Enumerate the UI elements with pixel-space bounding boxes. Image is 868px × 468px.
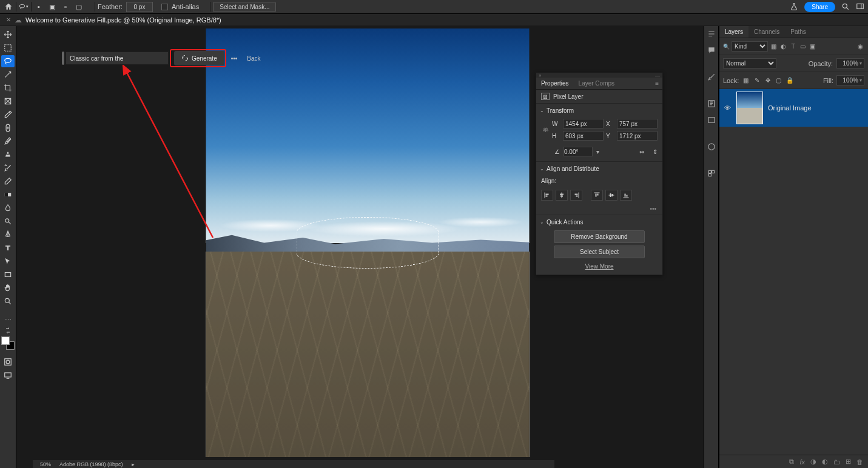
- x-input[interactable]: [617, 119, 658, 129]
- workspace-switcher-icon[interactable]: [856, 2, 864, 11]
- feather-input[interactable]: [126, 2, 153, 12]
- y-input[interactable]: [617, 131, 658, 141]
- history-brush-tool-icon[interactable]: [1, 162, 15, 174]
- fill-input[interactable]: [839, 77, 858, 84]
- edit-toolbar-icon[interactable]: ⋯: [1, 313, 15, 326]
- layer-name-label[interactable]: Original Image: [768, 104, 812, 112]
- generate-button[interactable]: Generate: [174, 51, 224, 65]
- width-input[interactable]: [563, 119, 604, 129]
- gradient-tool-icon[interactable]: [1, 189, 15, 201]
- lock-artboard-icon[interactable]: ▢: [775, 76, 782, 84]
- drag-handle-icon[interactable]: [62, 52, 64, 65]
- layer-filter-select[interactable]: Kind: [732, 41, 768, 52]
- tab-paths[interactable]: Paths: [785, 26, 812, 38]
- panel-menu-icon[interactable]: ≡: [651, 78, 662, 89]
- select-subject-button[interactable]: Select Subject: [554, 246, 645, 258]
- home-icon[interactable]: [4, 2, 13, 12]
- blur-tool-icon[interactable]: [1, 202, 15, 214]
- status-chevron-icon[interactable]: ▸: [132, 461, 135, 467]
- height-input[interactable]: [563, 131, 604, 141]
- transform-header[interactable]: ⌄ Transform: [536, 103, 662, 116]
- screenmode-icon[interactable]: [1, 369, 15, 381]
- share-button[interactable]: Share: [804, 2, 835, 12]
- magic-wand-tool-icon[interactable]: [1, 69, 15, 81]
- layer-mask-icon[interactable]: ◑: [810, 458, 816, 466]
- quick-actions-header[interactable]: ⌄ Quick Actions: [536, 215, 662, 228]
- frame-tool-icon[interactable]: [1, 95, 15, 107]
- align-header[interactable]: ⌄ Align and Distribute: [536, 161, 662, 175]
- comments-panel-icon[interactable]: [706, 45, 717, 56]
- subtract-selection-icon[interactable]: ▫: [61, 2, 70, 12]
- swap-colors-icon[interactable]: [1, 327, 15, 334]
- tab-layers[interactable]: Layers: [719, 26, 749, 38]
- marquee-tool-icon[interactable]: [1, 42, 15, 54]
- type-tool-icon[interactable]: [1, 242, 15, 254]
- rectangle-tool-icon[interactable]: [1, 269, 15, 281]
- delete-layer-icon[interactable]: 🗑: [856, 458, 863, 466]
- align-left-icon[interactable]: [541, 190, 553, 201]
- tab-layer-comps[interactable]: Layer Comps: [574, 78, 619, 89]
- history-panel-icon[interactable]: [706, 98, 717, 109]
- align-bottom-icon[interactable]: [620, 190, 632, 201]
- move-tool-icon[interactable]: [1, 28, 15, 41]
- lock-all-icon[interactable]: 🔒: [786, 76, 793, 84]
- flip-horizontal-icon[interactable]: ⇔: [639, 149, 644, 155]
- color-panel-icon[interactable]: [706, 141, 717, 152]
- more-options-icon[interactable]: •••: [226, 51, 243, 65]
- zoom-tool-icon[interactable]: [1, 295, 15, 307]
- align-hcenter-icon[interactable]: [556, 190, 568, 201]
- filter-image-icon[interactable]: ▦: [770, 42, 778, 50]
- swatches-panel-icon[interactable]: [706, 115, 717, 125]
- hand-tool-icon[interactable]: [1, 282, 15, 294]
- align-vcenter-icon[interactable]: [605, 190, 617, 201]
- tab-channels[interactable]: Channels: [749, 26, 785, 38]
- close-tab-icon[interactable]: ✕: [6, 16, 11, 23]
- align-top-icon[interactable]: [591, 190, 603, 201]
- new-layer-icon[interactable]: ⊞: [846, 458, 851, 466]
- filter-shape-icon[interactable]: ▭: [799, 42, 807, 50]
- lock-transparency-icon[interactable]: ▦: [742, 76, 750, 84]
- eyedropper-tool-icon[interactable]: [1, 109, 15, 121]
- color-swatches[interactable]: [1, 336, 15, 350]
- brush-tool-icon[interactable]: [1, 135, 15, 147]
- chevron-down-icon[interactable]: ▾: [596, 149, 602, 155]
- filter-smart-icon[interactable]: ▣: [809, 42, 816, 50]
- healing-brush-tool-icon[interactable]: [1, 122, 15, 134]
- generative-prompt-input[interactable]: [66, 52, 169, 65]
- lasso-tool-indicator-icon[interactable]: ▾: [19, 2, 29, 12]
- link-wh-icon[interactable]: 𐄷: [541, 127, 550, 133]
- status-profile[interactable]: Adobe RGB (1998) (8bpc): [59, 461, 123, 467]
- lock-image-icon[interactable]: ✎: [753, 76, 761, 84]
- layer-group-icon[interactable]: 🗀: [833, 458, 840, 466]
- align-right-icon[interactable]: [570, 190, 582, 201]
- more-align-icon[interactable]: •••: [536, 206, 662, 215]
- path-selection-tool-icon[interactable]: [1, 255, 15, 267]
- link-layers-icon[interactable]: ⧉: [789, 458, 794, 466]
- antialias-checkbox[interactable]: [161, 4, 168, 10]
- search-icon[interactable]: [841, 2, 850, 11]
- filter-adjustment-icon[interactable]: ◐: [779, 42, 787, 50]
- dodge-tool-icon[interactable]: [1, 215, 15, 227]
- panel-icon-1[interactable]: [706, 28, 717, 39]
- libraries-panel-icon[interactable]: [706, 168, 717, 179]
- layer-thumbnail[interactable]: [736, 92, 763, 124]
- back-button[interactable]: Back: [242, 51, 265, 65]
- angle-input[interactable]: [564, 147, 593, 156]
- flip-vertical-icon[interactable]: ⇕: [653, 149, 658, 155]
- pen-tool-icon[interactable]: [1, 229, 15, 241]
- filter-search-icon[interactable]: 🔍: [723, 44, 730, 50]
- view-more-link[interactable]: View More: [536, 261, 662, 275]
- chevron-down-icon[interactable]: ▾: [860, 78, 862, 83]
- layer-fx-icon[interactable]: fx: [799, 458, 805, 466]
- remove-background-button[interactable]: Remove Background: [554, 230, 645, 243]
- intersect-selection-icon[interactable]: ▢: [74, 2, 84, 12]
- filter-toggle-icon[interactable]: ◉: [856, 42, 864, 50]
- adjustment-layer-icon[interactable]: ◐: [822, 458, 828, 466]
- chevron-down-icon[interactable]: ▾: [860, 61, 862, 66]
- crop-tool-icon[interactable]: [1, 82, 15, 94]
- status-zoom[interactable]: 50%: [40, 461, 51, 467]
- blend-mode-select[interactable]: Normal: [723, 58, 776, 69]
- lock-position-icon[interactable]: ✥: [764, 76, 772, 84]
- visibility-eye-icon[interactable]: 👁: [723, 104, 732, 112]
- opacity-input[interactable]: [839, 60, 858, 67]
